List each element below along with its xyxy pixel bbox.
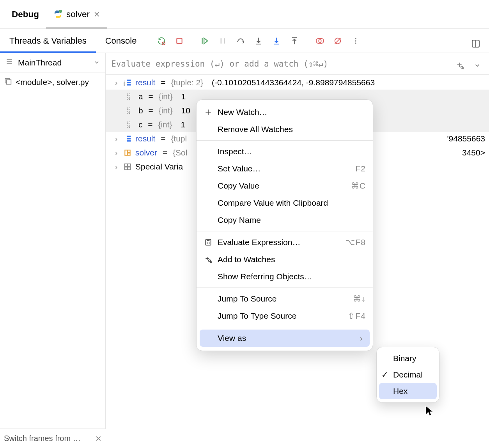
step-into-icon[interactable] <box>251 33 266 49</box>
plus-icon <box>204 108 213 116</box>
menu-show-referring[interactable]: Show Referring Objects… <box>197 268 373 285</box>
close-icon[interactable]: ✕ <box>94 10 100 19</box>
menu-set-value[interactable]: Set Value… F2 <box>197 160 373 177</box>
chevron-right-icon[interactable]: › <box>113 162 120 171</box>
var-name: Special Varia <box>135 162 183 171</box>
menu-label: Show Referring Objects… <box>218 272 366 281</box>
python-file-icon <box>53 10 62 19</box>
step-over-icon[interactable] <box>233 33 248 49</box>
frame-icon <box>4 77 12 87</box>
menu-evaluate-expression[interactable]: Evaluate Expression… ⌥F8 <box>197 234 373 251</box>
status-text: Switch frames from … <box>4 434 81 443</box>
svg-text:10: 10 <box>127 93 131 97</box>
submenu-label: Decimal <box>393 370 423 379</box>
menu-label: New Watch… <box>218 108 366 117</box>
tuple-icon <box>123 134 132 143</box>
var-value: 1 <box>181 120 186 129</box>
menu-jump-to-type-source[interactable]: Jump To Type Source ⇧F4 <box>197 307 373 325</box>
svg-rect-14 <box>127 80 131 81</box>
tool-window-tabs: Debug solver ✕ <box>0 0 489 29</box>
menu-new-watch[interactable]: New Watch… <box>197 104 373 121</box>
tab-console-label: Console <box>105 36 137 46</box>
menu-label: Evaluate Expression… <box>218 238 341 247</box>
menu-label: Jump To Type Source <box>218 311 343 321</box>
tab-file-label: solver <box>66 9 90 19</box>
menu-shortcut: ⌥F8 <box>345 238 366 247</box>
group-icon <box>123 162 132 171</box>
svg-rect-11 <box>7 80 11 85</box>
tab-debug-label: Debug <box>12 9 39 19</box>
menu-copy-value[interactable]: Copy Value ⌘C <box>197 177 373 194</box>
mute-breakpoints-icon[interactable] <box>330 33 345 49</box>
var-name: c <box>138 120 143 129</box>
menu-shortcut: ⌘↓ <box>353 294 366 303</box>
tab-file-solver[interactable]: solver ✕ <box>46 0 107 28</box>
svg-point-13 <box>462 68 464 69</box>
svg-point-0 <box>59 10 62 13</box>
tab-threads-variables[interactable]: Threads & Variables <box>0 29 96 53</box>
add-watch-icon <box>204 256 213 263</box>
var-value-tail: 3450> <box>462 148 485 157</box>
frame-item[interactable]: <module>, solver.py <box>0 72 105 92</box>
object-icon <box>123 148 132 157</box>
svg-text:01: 01 <box>127 111 131 115</box>
svg-text:01: 01 <box>127 97 131 101</box>
step-into-my-code-icon[interactable] <box>269 33 284 49</box>
thread-selector[interactable]: MainThread <box>0 53 105 72</box>
svg-rect-35 <box>128 167 131 170</box>
submenu-decimal[interactable]: ✓ Decimal <box>377 367 439 383</box>
expand-history-icon[interactable] <box>470 58 485 73</box>
menu-compare-clipboard[interactable]: Compare Value with Clipboard <box>197 194 373 212</box>
menu-label: Copy Value <box>218 181 346 190</box>
resume-icon[interactable] <box>197 33 213 49</box>
close-icon[interactable]: ✕ <box>95 434 102 443</box>
menu-inspect[interactable]: Inspect… <box>197 143 373 160</box>
menu-remove-all-watches[interactable]: Remove All Watches <box>197 121 373 138</box>
svg-point-8 <box>355 42 356 44</box>
submenu-label: Binary <box>393 354 416 363</box>
menu-add-to-watches[interactable]: Add to Watches <box>197 251 373 268</box>
add-watch-icon[interactable] <box>452 58 468 73</box>
svg-text:3: 3 <box>124 84 125 86</box>
menu-label: Inspect… <box>218 147 366 156</box>
view-breakpoints-icon[interactable] <box>312 33 328 49</box>
submenu-binary[interactable]: Binary <box>377 350 439 367</box>
tab-threads-label: Threads & Variables <box>9 36 87 46</box>
var-type: {int} <box>159 92 173 101</box>
tab-console[interactable]: Console <box>96 29 146 53</box>
debug-toolbar: Threads & Variables Console <box>0 29 489 53</box>
menu-view-as[interactable]: View as › <box>200 330 370 347</box>
menu-label: Jump To Source <box>218 294 348 303</box>
int-icon: 1001 <box>126 120 135 129</box>
var-name: result <box>135 78 155 87</box>
chevron-down-icon <box>94 58 100 67</box>
frame-label: <module>, solver.py <box>16 78 89 87</box>
stop-icon[interactable] <box>172 33 187 49</box>
svg-rect-32 <box>125 164 128 167</box>
submenu-hex[interactable]: Hex <box>379 383 437 399</box>
chevron-right-icon[interactable]: › <box>113 148 120 157</box>
svg-rect-34 <box>125 167 128 170</box>
svg-rect-33 <box>128 164 131 167</box>
menu-copy-name[interactable]: Copy Name <box>197 212 373 229</box>
svg-rect-26 <box>127 136 131 137</box>
variable-row-result[interactable]: › 123 result = {tuple: 2} (-0.1010205144… <box>106 76 489 90</box>
var-value: 10 <box>181 106 190 115</box>
menu-jump-to-source[interactable]: Jump To Source ⌘↓ <box>197 290 373 307</box>
evaluate-expression-input[interactable]: Evaluate expression (↵) or add a watch (… <box>106 53 489 75</box>
chevron-right-icon[interactable]: › <box>113 78 120 87</box>
frames-panel: MainThread <module>, solver.py <box>0 53 106 429</box>
rerun-icon[interactable] <box>154 33 169 49</box>
tab-debug[interactable]: Debug <box>5 0 46 28</box>
chevron-right-icon: › <box>360 333 363 343</box>
pause-icon[interactable] <box>215 33 230 49</box>
more-icon[interactable] <box>348 33 363 49</box>
step-out-icon[interactable] <box>287 33 302 49</box>
context-menu: New Watch… Remove All Watches Inspect… S… <box>196 99 373 351</box>
var-type: {int} <box>158 120 172 129</box>
layout-settings-icon[interactable] <box>468 36 484 51</box>
chevron-right-icon[interactable]: › <box>113 134 120 143</box>
int-icon: 1001 <box>126 106 135 115</box>
svg-text:10: 10 <box>127 107 131 111</box>
var-name: a <box>138 92 143 101</box>
